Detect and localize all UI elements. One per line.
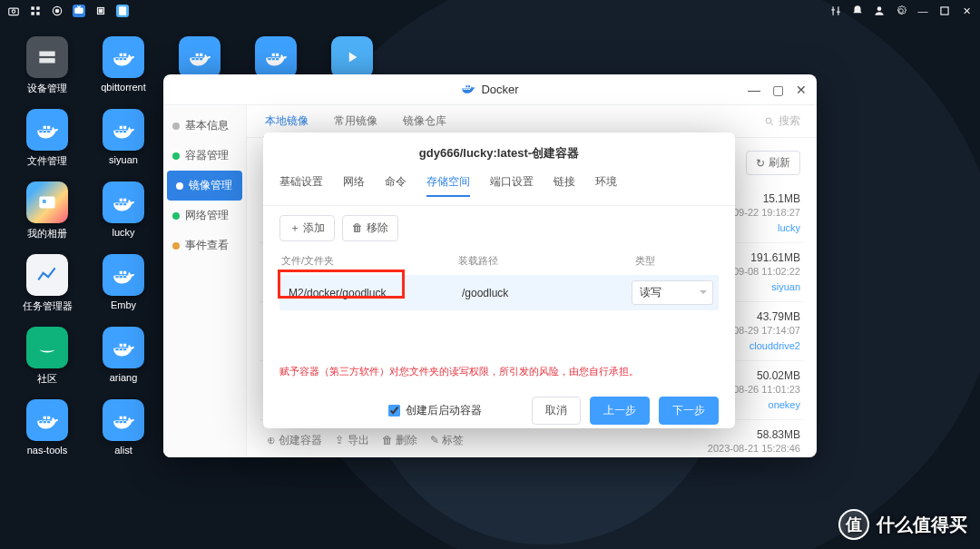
col-path: 文件/文件夹 [281, 254, 458, 268]
start-checkbox-input[interactable] [388, 405, 400, 417]
svg-rect-16 [39, 197, 54, 209]
next-button[interactable]: 下一步 [659, 397, 719, 425]
tv-icon[interactable] [73, 5, 85, 17]
dialog-tab[interactable]: 链接 [554, 174, 575, 196]
refresh-button[interactable]: ↻ 刷新 [746, 151, 800, 175]
col-type: 类型 [635, 254, 717, 268]
cancel-button[interactable]: 取消 [532, 397, 581, 425]
col-mount: 装载路径 [458, 254, 635, 268]
window-titlebar: Docker — ▢ ✕ [163, 74, 817, 105]
win-close-icon[interactable]: ✕ [793, 82, 809, 98]
desktop-icon-qbittorrent[interactable]: qbittorrent [87, 36, 160, 109]
maximize-icon[interactable] [938, 5, 951, 17]
dialog-tab[interactable]: 基础设置 [279, 174, 323, 196]
book-icon[interactable] [116, 5, 129, 17]
add-button[interactable]: ＋ 添加 [279, 215, 335, 241]
remove-button[interactable]: 🗑 移除 [342, 215, 397, 241]
desktop-icon-task-mgr[interactable]: 任务管理器 [11, 254, 83, 327]
dialog-tab[interactable]: 命令 [385, 174, 407, 196]
prev-button[interactable]: 上一步 [590, 397, 650, 425]
transfer-icon[interactable] [829, 5, 842, 17]
desktop-icon-alist[interactable]: alist [87, 399, 160, 472]
dialog-tab[interactable]: 环境 [595, 174, 617, 196]
desktop-icon-device-mgr[interactable]: 设备管理 [11, 36, 83, 109]
svg-point-1 [12, 10, 15, 13]
svg-rect-5 [36, 12, 40, 15]
minimize-icon[interactable]: — [916, 5, 929, 17]
dialog-tabs: 基础设置网络命令存储空间端口设置链接环境 [263, 174, 735, 206]
topbar-left [7, 5, 129, 17]
dialog-tab[interactable]: 存储空间 [426, 174, 470, 197]
mode-select[interactable]: 读写 [632, 280, 713, 305]
svg-line-19 [771, 123, 774, 125]
dialog-title: gdy666/lucky:latest-创建容器 [263, 132, 735, 174]
desktop-icon-community[interactable]: 社区 [11, 327, 83, 399]
svg-rect-8 [74, 8, 83, 14]
desktop-icon-siyuan[interactable]: siyuan [87, 109, 160, 181]
svg-rect-2 [31, 6, 34, 10]
volume-row[interactable]: 读写 [279, 275, 719, 310]
window-controls: — ▢ ✕ [746, 82, 809, 98]
svg-rect-13 [39, 52, 54, 56]
target-icon[interactable] [51, 5, 64, 17]
window-title: Docker [481, 83, 518, 96]
sidenav-item[interactable]: 镜像管理 [167, 171, 242, 201]
mount-path-input[interactable] [458, 285, 622, 301]
svg-rect-3 [36, 6, 40, 10]
desktop-icon-file-mgr[interactable]: 文件管理 [11, 109, 83, 181]
desktop-icon-emby[interactable]: Emby [87, 254, 160, 327]
sidenav-item[interactable]: 基本信息 [163, 111, 246, 141]
watermark: 值 什么值得买 [838, 509, 967, 540]
desktop-icon-ariang[interactable]: ariang [87, 327, 160, 399]
dialog-tab[interactable]: 网络 [343, 174, 365, 196]
desktop-icon-nas-tools[interactable]: nas-tools [11, 399, 83, 472]
svg-rect-14 [39, 58, 54, 63]
desktop-icon-lucky[interactable]: lucky [87, 181, 160, 254]
win-maximize-icon[interactable]: ▢ [769, 82, 786, 98]
dialog-tab[interactable]: 端口设置 [490, 174, 534, 196]
docker-icon [461, 81, 475, 98]
svg-point-17 [43, 200, 46, 203]
watermark-icon: 值 [838, 509, 869, 540]
svg-rect-4 [31, 12, 34, 15]
start-after-create-checkbox[interactable]: 创建后启动容器 [388, 403, 482, 418]
system-topbar: — ✕ [0, 0, 980, 22]
sidenav-item[interactable]: 网络管理 [163, 201, 246, 230]
grid-icon[interactable] [29, 5, 42, 17]
svg-rect-12 [941, 7, 948, 15]
bell-icon[interactable] [851, 5, 864, 17]
svg-point-11 [877, 6, 882, 11]
chip-icon[interactable] [94, 5, 107, 17]
user-icon[interactable] [873, 5, 886, 17]
sidenav-item[interactable]: 事件查看 [163, 230, 246, 260]
svg-rect-10 [99, 9, 103, 13]
svg-point-18 [766, 118, 771, 123]
svg-point-7 [55, 9, 59, 13]
host-path-input[interactable] [285, 285, 449, 301]
svg-marker-15 [349, 53, 358, 63]
close-icon[interactable]: ✕ [960, 5, 973, 17]
gear-icon[interactable] [895, 5, 907, 17]
sidenav: 基本信息容器管理镜像管理网络管理事件查看 [163, 105, 247, 457]
win-minimize-icon[interactable]: — [746, 82, 762, 98]
topbar-right: — ✕ [829, 5, 973, 17]
create-container-dialog: gdy666/lucky:latest-创建容器 基础设置网络命令存储空间端口设… [263, 132, 735, 428]
svg-rect-0 [9, 8, 19, 15]
camera-icon[interactable] [7, 5, 20, 17]
search-input[interactable]: 搜索 [764, 113, 800, 129]
warning-text: 赋予容器（第三方软件）对您文件夹的读写权限，所引发的风险，由您自行承担。 [279, 365, 719, 378]
desktop-icon-album[interactable]: 我的相册 [11, 181, 83, 254]
sidenav-item[interactable]: 容器管理 [163, 141, 246, 171]
watermark-text: 什么值得买 [877, 513, 967, 537]
